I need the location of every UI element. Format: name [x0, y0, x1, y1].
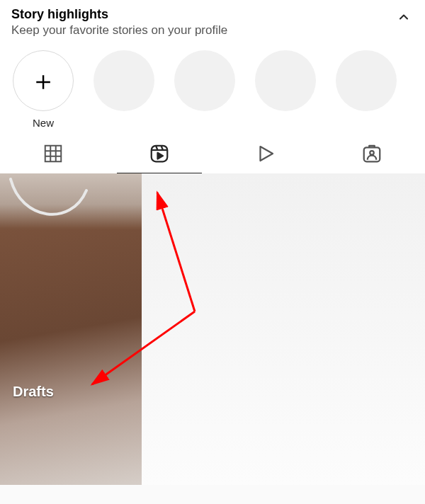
- tagged-icon: [361, 143, 382, 164]
- plus-icon: ＋: [30, 67, 57, 94]
- new-highlight-label: New: [33, 117, 54, 129]
- highlight-placeholder: [334, 50, 398, 129]
- highlight-placeholder-circle: [336, 50, 397, 111]
- reels-icon: [149, 143, 170, 164]
- grid-icon: [42, 143, 64, 164]
- highlights-row: ＋ New: [11, 38, 414, 133]
- tab-reels[interactable]: [106, 134, 212, 173]
- collapse-button[interactable]: [394, 7, 414, 30]
- highlight-placeholder: [173, 50, 237, 129]
- new-highlight-circle[interactable]: ＋: [13, 50, 74, 111]
- profile-tabs: [0, 133, 425, 173]
- reels-content-area: Drafts: [0, 173, 425, 485]
- highlight-placeholder: [92, 50, 156, 129]
- draft-label: Drafts: [13, 384, 54, 400]
- highlight-new[interactable]: ＋ New: [11, 50, 75, 129]
- svg-marker-10: [261, 147, 273, 161]
- tab-video[interactable]: [212, 134, 319, 173]
- highlights-title: Story highlights: [11, 7, 227, 22]
- story-highlights-section: Story highlights Keep your favorite stor…: [0, 0, 425, 133]
- reel-draft-thumbnail[interactable]: Drafts: [0, 173, 142, 485]
- svg-marker-9: [158, 153, 164, 159]
- chevron-up-icon: [397, 10, 411, 24]
- svg-point-12: [370, 151, 374, 155]
- highlight-placeholder-circle: [255, 50, 316, 111]
- svg-rect-0: [45, 146, 62, 162]
- highlight-placeholder-circle: [94, 50, 154, 111]
- wire-shape: [7, 178, 92, 234]
- tab-grid[interactable]: [0, 134, 106, 173]
- tab-tagged[interactable]: [319, 134, 425, 173]
- highlight-placeholder-circle: [174, 50, 235, 111]
- highlights-header[interactable]: Story highlights Keep your favorite stor…: [11, 7, 414, 38]
- play-outline-icon: [255, 143, 276, 164]
- highlight-placeholder: [254, 50, 317, 129]
- highlights-subtitle: Keep your favorite stories on your profi…: [11, 23, 227, 38]
